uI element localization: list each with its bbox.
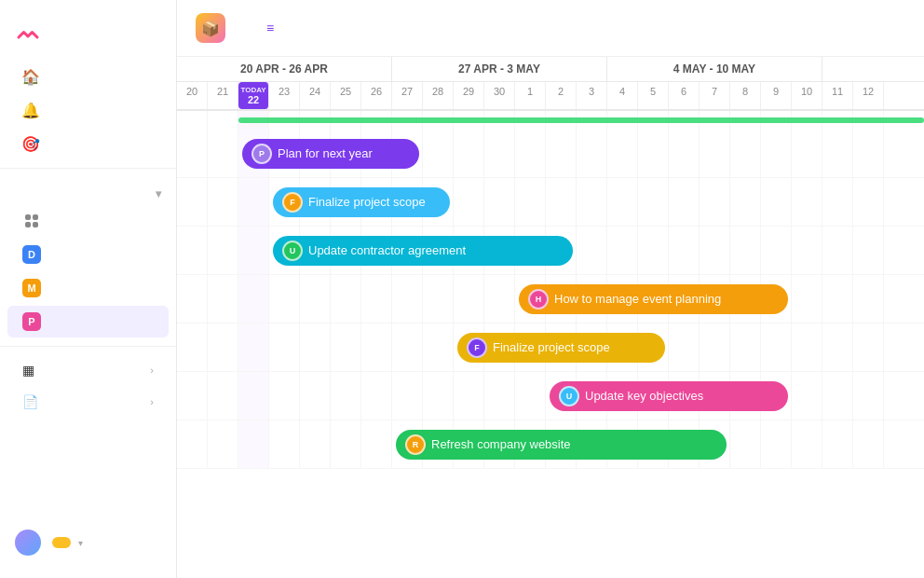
gantt-row: HHow to manage event planning (177, 275, 924, 323)
dashboards-icon: ▦ (22, 363, 34, 378)
sidebar-item-dashboards[interactable]: ▦ › (7, 355, 169, 385)
date-cell: 4 (607, 82, 638, 109)
date-cell: 24 (300, 82, 331, 109)
divider-1 (0, 168, 176, 169)
sidebar: 🏠 🔔 🎯 ▾ D M P ▦ › (0, 0, 177, 578)
task-label: Update key objectives (585, 389, 703, 403)
date-range-cell: 4 MAY - 10 MAY (607, 57, 822, 81)
sidebar-item-goals[interactable]: 🎯 (7, 128, 169, 159)
gantt-container[interactable]: 20 APR - 26 APR27 APR - 3 MAY4 MAY - 10 … (177, 57, 924, 578)
task-bar[interactable]: FFinalize project scope (273, 187, 450, 217)
date-cell: 27 (392, 82, 423, 109)
task-bar[interactable]: UUpdate contractor agreement (273, 236, 573, 266)
date-cell: 30 (484, 82, 515, 109)
task-label: How to manage event planning (554, 292, 721, 306)
sidebar-item-development[interactable]: D (7, 239, 169, 270)
date-cell: 11 (822, 82, 853, 109)
everything-icon (22, 212, 41, 230)
task-avatar: U (559, 386, 579, 406)
gantt-row: UUpdate key objectives (177, 372, 924, 420)
date-cell: 20 (177, 82, 208, 109)
dates-row: 2021TODAY2223242526272829301234567891011… (177, 82, 924, 111)
clickup-logo-icon (15, 19, 41, 45)
gantt-icon: ≡ (266, 21, 274, 35)
task-label: Plan for next year (278, 146, 373, 160)
task-label: Finalize project scope (493, 340, 610, 354)
sidebar-item-notifications[interactable]: 🔔 (7, 94, 169, 126)
date-cell: 5 (638, 82, 669, 109)
dashboards-chevron-icon: › (150, 365, 154, 376)
task-avatar: R (405, 434, 426, 455)
gantt-row: FFinalize project scope (177, 323, 924, 372)
sidebar-item-product[interactable]: P (7, 306, 169, 337)
task-bar[interactable]: HHow to manage event planning (519, 284, 788, 314)
date-range-cell: 20 APR - 26 APR (177, 57, 392, 81)
user-avatar[interactable] (15, 530, 41, 556)
gantt-row: UUpdate contractor agreement (177, 227, 924, 275)
page-header: 📦 ≡ (177, 0, 924, 57)
task-label: Update contractor agreement (308, 243, 466, 257)
gantt-row: FFinalize project scope (177, 178, 924, 227)
logo (0, 11, 176, 60)
date-cell: 8 (730, 82, 761, 109)
sidebar-item-marketing[interactable]: M (7, 272, 169, 304)
date-cell: 7 (700, 82, 730, 109)
today-date-cell: TODAY22 (238, 82, 269, 109)
date-cell: 2 (546, 82, 577, 109)
chevron-down-icon[interactable]: ▾ (156, 187, 162, 200)
date-cell: 23 (269, 82, 300, 109)
date-cell: 6 (669, 82, 700, 109)
task-avatar: H (528, 289, 549, 310)
gantt-row: RRefresh company website (177, 420, 924, 469)
project-icon: 📦 (196, 13, 225, 43)
home-icon: 🏠 (22, 68, 39, 85)
divider-2 (0, 346, 176, 347)
date-cell: 12 (853, 82, 884, 109)
date-cell: 9 (761, 82, 792, 109)
goals-icon: 🎯 (22, 135, 39, 152)
marketing-icon: M (22, 279, 41, 297)
sidebar-bottom: ▾ (0, 518, 176, 567)
date-range-row: 20 APR - 26 APR27 APR - 3 MAY4 MAY - 10 … (177, 57, 924, 82)
main-content: 📦 ≡ 20 APR - 26 APR27 APR - 3 MAY4 MAY -… (177, 0, 924, 578)
task-avatar: F (282, 192, 303, 213)
sidebar-item-docs[interactable]: 📄 › (7, 387, 169, 417)
gantt-row: PPlan for next year (177, 130, 924, 178)
date-cell: 26 (361, 82, 392, 109)
task-avatar: P (251, 144, 272, 164)
progress-bar (238, 117, 924, 123)
development-icon: D (22, 245, 41, 264)
date-cell: 28 (423, 82, 454, 109)
date-cell: 10 (792, 82, 822, 109)
date-cell: 21 (208, 82, 238, 109)
docs-icon: 📄 (22, 394, 38, 409)
spaces-header: ▾ (0, 176, 176, 204)
task-avatar: U (282, 241, 303, 261)
date-cell: 1 (515, 82, 546, 109)
date-cell: 25 (331, 82, 361, 109)
progress-row (177, 111, 924, 130)
task-bar[interactable]: RRefresh company website (396, 430, 727, 460)
sidebar-item-everything[interactable] (7, 205, 169, 237)
task-bar[interactable]: PPlan for next year (242, 139, 419, 169)
task-bar[interactable]: UUpdate key objectives (550, 381, 788, 411)
date-range-cell: 27 APR - 3 MAY (392, 57, 607, 81)
status-indicator (52, 537, 71, 548)
date-cell: 3 (577, 82, 607, 109)
task-label: Finalize project scope (308, 195, 426, 209)
task-avatar: F (467, 337, 487, 358)
task-bar[interactable]: FFinalize project scope (457, 333, 665, 363)
task-label: Refresh company website (431, 437, 571, 451)
gantt-view-tab[interactable]: ≡ (255, 15, 291, 41)
avatar-chevron-icon[interactable]: ▾ (78, 538, 83, 548)
bell-icon: 🔔 (22, 102, 39, 118)
date-cell: 29 (454, 82, 484, 109)
sidebar-item-home[interactable]: 🏠 (7, 61, 169, 92)
docs-chevron-icon: › (150, 396, 154, 407)
product-icon: P (22, 312, 41, 331)
